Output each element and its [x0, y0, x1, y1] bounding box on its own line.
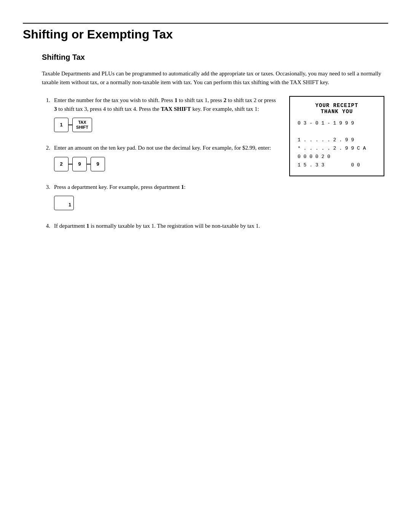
receipt-line-5: 1 5 . 3 3 0 0 [298, 161, 376, 169]
key-1-label: 1 [60, 121, 62, 129]
dept-key-group: 1 [54, 196, 278, 210]
receipt-title-line2: THANK YOU [298, 109, 376, 115]
list-text-4: If department 1 is normally taxable by t… [54, 223, 260, 229]
page-container: Shifting or Exempting Tax Shifting Tax T… [0, 23, 411, 532]
list-num-2: 2. [42, 144, 50, 176]
key-connector-1 [68, 125, 72, 125]
receipt-line-4: 0 0 0 0 2 0 [298, 153, 376, 161]
receipt-line-2: 1 . . . . . 2 . 9 9 [298, 136, 376, 144]
receipt-header: YOUR RECEIPT THANK YOU [298, 102, 376, 115]
key-shift-label: SHIFT [76, 125, 88, 130]
key-tax-shift-button[interactable]: TAX SHIFT [72, 118, 92, 132]
receipt-box: YOUR RECEIPT THANK YOU 0 3 - 0 1 - 1 9 9… [289, 96, 384, 176]
list-item-1: 1. Enter the number for the tax you wish… [42, 96, 278, 137]
receipt-line-blank [298, 128, 376, 136]
list-num-4: 4. [42, 222, 50, 230]
key-2-label: 2 [60, 160, 62, 168]
list-text-3: Press a department key. For example, pre… [54, 184, 186, 190]
list-item-2: 2. Enter an amount on the ten key pad. D… [42, 144, 278, 176]
key-connector-2b [87, 164, 91, 165]
right-column: YOUR RECEIPT THANK YOU 0 3 - 0 1 - 1 9 9… [289, 96, 388, 237]
receipt-line-3: * . . . . . 2 . 9 9 C A [298, 144, 376, 153]
receipt-line-1: 0 3 - 0 1 - 1 9 9 9 [298, 119, 376, 128]
list-num-3: 3. [42, 183, 50, 215]
key-dept-label: 1 [68, 201, 71, 208]
key-9b-button[interactable]: 9 [91, 157, 105, 171]
two-col-layout: 1. Enter the number for the tax you wish… [42, 96, 388, 237]
list-item-4: 4. If department 1 is normally taxable b… [42, 222, 278, 230]
key-1-button[interactable]: 1 [54, 118, 68, 132]
instruction-list: 1. Enter the number for the tax you wish… [42, 96, 278, 230]
key-9a-label: 9 [78, 160, 81, 168]
key-connector-2a [68, 164, 72, 165]
list-content-2: Enter an amount on the ten key pad. Do n… [54, 144, 278, 176]
receipt-title-line1: YOUR RECEIPT [298, 102, 376, 109]
left-column: 1. Enter the number for the tax you wish… [42, 96, 278, 237]
list-item-3: 3. Press a department key. For example, … [42, 183, 278, 215]
body-text: Taxable Departments and PLUs can be prog… [42, 69, 388, 86]
key-dept-button[interactable]: 1 [54, 196, 74, 210]
tax-shift-key-group: 1 TAX SHIFT [54, 118, 278, 132]
key-2-button[interactable]: 2 [54, 157, 68, 171]
main-title: Shifting or Exempting Tax [23, 27, 388, 42]
list-content-3: Press a department key. For example, pre… [54, 183, 278, 215]
top-rule [23, 23, 388, 24]
key-tax-label: TAX [78, 120, 86, 125]
key-9b-label: 9 [96, 160, 99, 168]
section-heading: Shifting Tax [42, 53, 388, 62]
num-key-group: 2 9 9 [54, 157, 278, 171]
list-text-2: Enter an amount on the ten key pad. Do n… [54, 145, 271, 151]
key-9a-button[interactable]: 9 [72, 157, 87, 171]
list-num-1: 1. [42, 96, 50, 137]
list-content-4: If department 1 is normally taxable by t… [54, 222, 278, 230]
list-text-1: Enter the number for the tax you wish to… [54, 97, 276, 112]
list-content-1: Enter the number for the tax you wish to… [54, 96, 278, 137]
